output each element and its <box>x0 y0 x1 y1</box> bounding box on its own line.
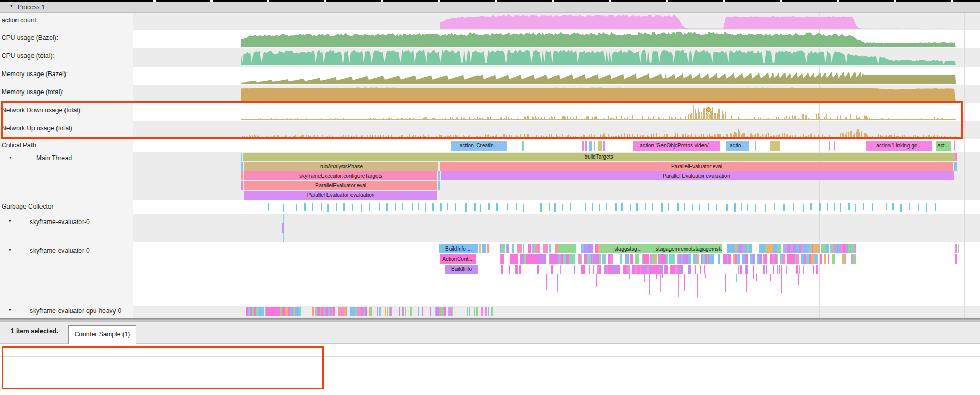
gc-tick[interactable] <box>699 204 701 212</box>
gc-tick[interactable] <box>361 204 362 212</box>
confetti-slice[interactable] <box>544 254 546 264</box>
confetti-slice[interactable] <box>778 244 781 253</box>
confetti-slice[interactable] <box>824 254 826 264</box>
confetti-slice[interactable] <box>299 307 301 316</box>
slice[interactable] <box>558 244 573 253</box>
slice[interactable]: skyframeExecutor.configureTargets <box>244 171 437 180</box>
confetti-slice[interactable] <box>674 254 676 264</box>
gc-tick[interactable] <box>606 203 607 211</box>
slice[interactable] <box>582 141 584 151</box>
slice[interactable] <box>487 244 489 253</box>
gc-tick[interactable] <box>810 203 812 210</box>
confetti-slice[interactable] <box>399 307 400 316</box>
slice[interactable]: Parallel Evaluator evaluation <box>244 191 437 200</box>
confetti-slice[interactable] <box>765 254 767 264</box>
gc-tick[interactable] <box>872 203 873 211</box>
slice[interactable] <box>589 141 592 151</box>
confetti-slice[interactable] <box>647 254 649 264</box>
confetti-slice[interactable] <box>796 254 799 264</box>
confetti-slice[interactable] <box>603 254 606 264</box>
confetti-slice[interactable] <box>813 265 814 274</box>
slice[interactable]: buildTargets <box>243 153 955 161</box>
gc-tick[interactable] <box>327 204 329 212</box>
slice[interactable] <box>598 141 602 151</box>
confetti-slice[interactable] <box>782 254 785 264</box>
gc-tick[interactable] <box>793 203 795 211</box>
confetti-slice[interactable] <box>711 254 714 264</box>
slice[interactable]: ParallelEvaluator.eval <box>440 162 953 171</box>
confetti-slice[interactable] <box>391 307 392 316</box>
slice[interactable] <box>266 307 280 316</box>
confetti-slice[interactable] <box>816 265 818 274</box>
confetti-slice[interactable] <box>662 265 663 274</box>
confetti-slice[interactable] <box>799 265 800 274</box>
confetti-slice[interactable] <box>430 307 431 316</box>
gc-tick[interactable] <box>585 203 586 211</box>
confetti-slice[interactable] <box>519 244 522 253</box>
confetti-slice[interactable] <box>549 244 551 253</box>
confetti-slice[interactable] <box>537 265 539 274</box>
confetti-slice[interactable] <box>592 244 593 253</box>
gc-tick[interactable] <box>645 203 647 210</box>
confetti-slice[interactable] <box>697 254 699 264</box>
confetti-slice[interactable] <box>599 265 601 274</box>
confetti-slice[interactable] <box>387 307 388 316</box>
confetti-slice[interactable] <box>573 254 575 264</box>
slice[interactable]: ParallelEvaluator.eval <box>244 181 437 190</box>
gc-tick[interactable] <box>554 203 556 212</box>
slice[interactable]: runAnalysisPhase <box>244 162 438 171</box>
chevron-down-icon[interactable]: ▼ <box>8 308 12 312</box>
confetti-slice[interactable] <box>492 307 493 316</box>
confetti-slice[interactable] <box>738 265 739 274</box>
confetti-slice[interactable] <box>854 244 857 253</box>
gc-tick[interactable] <box>395 203 397 211</box>
slice[interactable] <box>438 171 440 180</box>
slice[interactable] <box>594 141 595 151</box>
confetti-slice[interactable] <box>746 254 748 264</box>
confetti-slice[interactable] <box>501 254 504 264</box>
selected-sample-marker[interactable] <box>706 107 711 112</box>
chevron-down-icon[interactable]: ▼ <box>8 248 12 252</box>
gc-tick[interactable] <box>369 203 371 211</box>
confetti-slice[interactable] <box>718 254 721 264</box>
confetti-slice[interactable] <box>667 265 668 274</box>
confetti-slice[interactable] <box>627 265 630 274</box>
confetti-slice[interactable] <box>803 265 804 274</box>
confetti-slice[interactable] <box>428 307 428 316</box>
confetti-slice[interactable] <box>581 254 582 264</box>
counter-chart-mem-total[interactable] <box>241 87 956 102</box>
gc-tick[interactable] <box>741 203 742 211</box>
gc-tick[interactable] <box>488 203 490 210</box>
slice[interactable]: ActionConti... <box>440 254 476 264</box>
gc-tick[interactable] <box>636 203 638 211</box>
gc-tick[interactable] <box>418 203 420 210</box>
gc-tick[interactable] <box>900 204 902 212</box>
tab-counter-sample[interactable]: Counter Sample (1) <box>68 325 136 344</box>
confetti-slice[interactable] <box>444 307 446 316</box>
gc-tick[interactable] <box>819 203 821 211</box>
confetti-slice[interactable] <box>488 307 489 316</box>
confetti-slice[interactable] <box>654 254 657 264</box>
confetti-slice[interactable] <box>738 254 740 264</box>
confetti-slice[interactable] <box>741 265 742 274</box>
confetti-slice[interactable] <box>422 307 423 316</box>
gc-tick[interactable] <box>507 203 508 210</box>
confetti-slice[interactable] <box>688 254 691 264</box>
gc-tick[interactable] <box>734 203 736 212</box>
gc-tick[interactable] <box>661 203 663 211</box>
chevron-down-icon[interactable]: ▼ <box>9 155 12 159</box>
slice[interactable] <box>522 141 524 151</box>
confetti-slice[interactable] <box>474 307 475 316</box>
confetti-slice[interactable] <box>763 265 765 274</box>
gc-tick[interactable] <box>312 203 313 211</box>
gc-tick[interactable] <box>926 203 928 212</box>
slice[interactable]: Parallel Evaluator evaluation <box>441 171 952 180</box>
confetti-slice[interactable] <box>832 254 835 264</box>
confetti-slice[interactable] <box>537 244 540 253</box>
gc-tick[interactable] <box>296 204 298 211</box>
gc-tick[interactable] <box>592 203 593 211</box>
gc-tick[interactable] <box>540 203 542 212</box>
gc-tick[interactable] <box>432 203 434 211</box>
confetti-slice[interactable] <box>370 307 372 316</box>
gc-tick[interactable] <box>480 204 481 212</box>
